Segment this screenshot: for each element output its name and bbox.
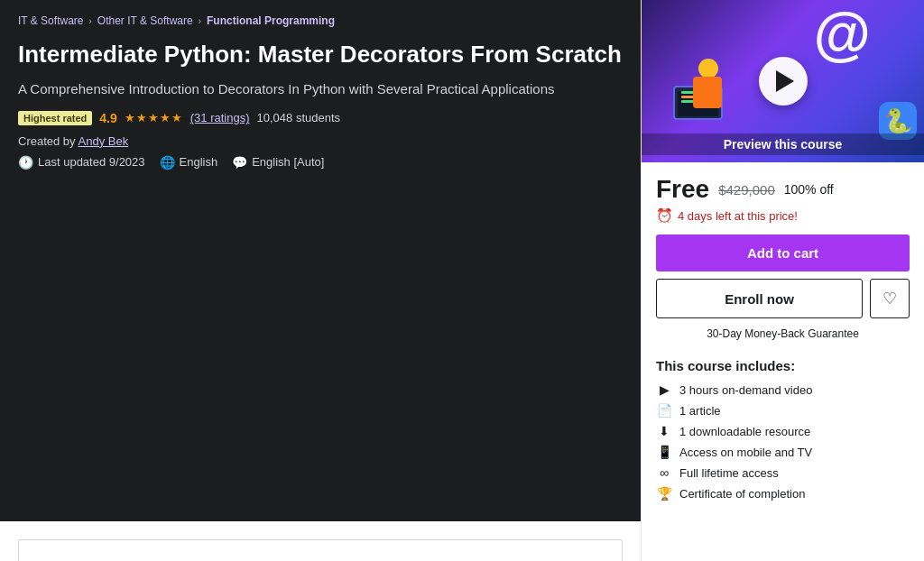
play-button[interactable] — [759, 57, 808, 106]
include-item-lifetime: ∞ Full lifetime access — [656, 465, 910, 480]
breadcrumb-sep-1: › — [88, 16, 91, 26]
course-includes: This course includes: ▶ 3 hours on-deman… — [642, 358, 924, 521]
stars: ★★★★★ — [125, 111, 183, 124]
meta-last-updated: 🕐 Last updated 9/2023 — [18, 155, 145, 170]
video-preview[interactable]: @ 🐍 Preview this course — [642, 0, 924, 162]
at-symbol-decoration: @ — [813, 5, 870, 63]
mobile-icon: 📱 — [656, 445, 672, 459]
countdown-text: 4 days left at this price! — [678, 209, 798, 223]
wishlist-button[interactable]: ♡ — [870, 279, 910, 318]
preview-label: Preview this course — [642, 133, 924, 155]
infinity-icon: ∞ — [656, 465, 672, 480]
caption-icon: 💬 — [232, 155, 247, 170]
money-back-guarantee: 30-Day Money-Back Guarantee — [656, 327, 910, 340]
price-free: Free — [656, 175, 709, 204]
include-certificate-text: Certificate of completion — [679, 487, 805, 501]
include-video-text: 3 hours on-demand video — [679, 383, 812, 397]
include-item-mobile: 📱 Access on mobile and TV — [656, 445, 910, 459]
student-count: 10,048 students — [257, 111, 341, 124]
include-item-download: ⬇ 1 downloadable resource — [656, 424, 910, 438]
price-original: $429,000 — [718, 182, 775, 198]
video-icon: ▶ — [656, 382, 672, 397]
price-discount: 100% off — [784, 182, 834, 197]
learn-box: What you'll learn ✓ Understand what deco… — [18, 539, 623, 561]
language-text: English — [180, 155, 218, 169]
meta-row: 🕐 Last updated 9/2023 🌐 English 💬 Englis… — [18, 155, 623, 170]
caption-text: English [Auto] — [252, 155, 324, 169]
include-item-video: ▶ 3 hours on-demand video — [656, 382, 910, 397]
heart-icon: ♡ — [882, 289, 897, 308]
play-triangle-icon — [776, 70, 794, 92]
creator-link[interactable]: Andy Bek — [79, 134, 129, 148]
include-lifetime-text: Full lifetime access — [679, 466, 779, 480]
include-item-article: 📄 1 article — [656, 403, 910, 418]
meta-language: 🌐 English — [160, 155, 218, 170]
includes-title: This course includes: — [656, 358, 910, 373]
download-icon: ⬇ — [656, 424, 672, 438]
course-subtitle: A Comprehensive Introduction to Decorato… — [18, 79, 623, 98]
rating-row: Highest rated 4.9 ★★★★★ (31 ratings) 10,… — [18, 111, 623, 125]
include-download-text: 1 downloadable resource — [679, 425, 810, 438]
breadcrumb: IT & Software › Other IT & Software › Fu… — [18, 14, 623, 27]
countdown-timer: ⏰ 4 days left at this price! — [656, 207, 910, 224]
include-mobile-text: Access on mobile and TV — [679, 446, 812, 459]
alarm-icon: ⏰ — [656, 207, 673, 224]
certificate-icon: 🏆 — [656, 486, 672, 501]
breadcrumb-functional-prog[interactable]: Functional Programming — [207, 14, 335, 27]
rating-count[interactable]: (31 ratings) — [190, 111, 250, 124]
article-icon: 📄 — [656, 403, 672, 418]
enroll-row: Enroll now ♡ — [656, 279, 910, 318]
price-row: Free $429,000 100% off — [656, 175, 910, 204]
include-item-certificate: 🏆 Certificate of completion — [656, 486, 910, 501]
breadcrumb-sep-2: › — [199, 16, 201, 26]
breadcrumb-other-it[interactable]: Other IT & Software — [97, 14, 193, 27]
add-to-cart-button[interactable]: Add to cart — [656, 235, 910, 271]
last-updated-text: Last updated 9/2023 — [38, 155, 145, 169]
course-title: Intermediate Python: Master Decorators F… — [18, 40, 623, 70]
creator-row: Created by Andy Bek — [18, 134, 623, 148]
rating-score: 4.9 — [99, 111, 116, 125]
enroll-now-button[interactable]: Enroll now — [656, 279, 863, 318]
clock-icon: 🕐 — [18, 155, 33, 170]
highest-rated-badge: Highest rated — [18, 111, 92, 125]
include-article-text: 1 article — [679, 404, 721, 418]
meta-caption: 💬 English [Auto] — [232, 155, 324, 170]
pricing-section: Free $429,000 100% off ⏰ 4 days left at … — [642, 162, 924, 358]
creator-label: Created by — [18, 134, 76, 148]
globe-icon: 🌐 — [160, 155, 175, 170]
breadcrumb-it-software[interactable]: IT & Software — [18, 14, 83, 27]
